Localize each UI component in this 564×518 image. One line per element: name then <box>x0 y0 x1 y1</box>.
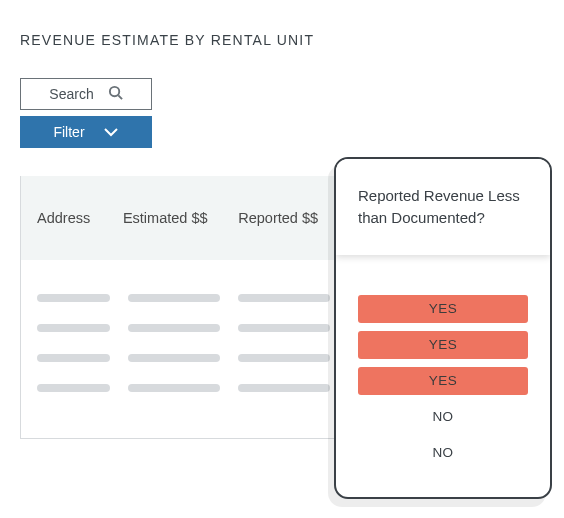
cell-placeholder <box>128 384 220 392</box>
cell-placeholder <box>238 294 330 302</box>
flag-badge: YES <box>358 331 528 359</box>
page-title: REVENUE ESTIMATE BY RENTAL UNIT <box>20 32 314 48</box>
search-icon <box>108 85 123 103</box>
table-row <box>37 324 330 332</box>
popup-heading: Reported Revenue Less than Documented? <box>336 159 550 255</box>
popup-flag-panel: Reported Revenue Less than Documented? Y… <box>334 157 552 499</box>
svg-line-1 <box>118 95 122 99</box>
cell-placeholder <box>238 324 330 332</box>
svg-point-0 <box>110 87 119 96</box>
table-row <box>37 294 330 302</box>
controls-group: Search Filter <box>20 78 152 148</box>
table-row <box>37 384 330 392</box>
flag-badge: NO <box>358 439 528 467</box>
filter-button[interactable]: Filter <box>20 116 152 148</box>
popup-body: YES YES YES NO NO <box>336 255 550 497</box>
cell-placeholder <box>238 384 330 392</box>
cell-placeholder <box>37 384 110 392</box>
cell-placeholder <box>37 294 110 302</box>
table-row <box>37 354 330 362</box>
column-address: Address <box>37 210 105 226</box>
search-button[interactable]: Search <box>20 78 152 110</box>
column-reported: Reported $$ <box>238 210 330 226</box>
cell-placeholder <box>128 294 220 302</box>
chevron-down-icon <box>103 124 119 140</box>
flag-badge: NO <box>358 403 528 431</box>
cell-placeholder <box>37 324 110 332</box>
flag-badge: YES <box>358 367 528 395</box>
revenue-table: Address Estimated $$ Reported $$ <box>20 176 347 439</box>
cell-placeholder <box>128 324 220 332</box>
flag-badge: YES <box>358 295 528 323</box>
column-estimated: Estimated $$ <box>123 210 220 226</box>
filter-label: Filter <box>53 124 84 140</box>
cell-placeholder <box>37 354 110 362</box>
table-body <box>21 260 346 438</box>
table-header: Address Estimated $$ Reported $$ <box>21 176 346 260</box>
cell-placeholder <box>128 354 220 362</box>
search-label: Search <box>49 86 93 102</box>
cell-placeholder <box>238 354 330 362</box>
